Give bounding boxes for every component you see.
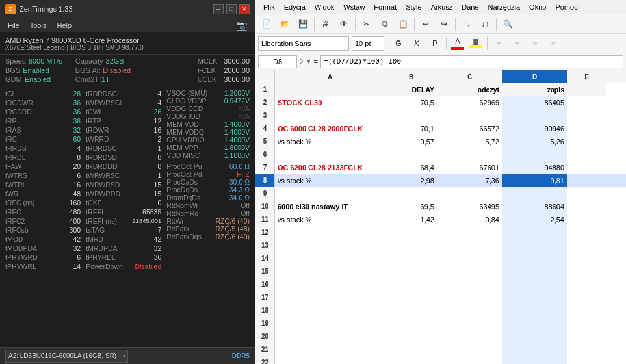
cell-e8[interactable] [567,174,606,187]
cell-c4[interactable]: 66572 [437,122,502,135]
col-header-c[interactable]: C [437,70,502,83]
font-color-button[interactable]: A [449,36,466,51]
cell-d8[interactable]: 9,81 [502,174,567,187]
font-size-input[interactable] [352,36,384,51]
menu-style[interactable]: Style [402,2,425,12]
font-name-input[interactable] [258,36,349,51]
cut-button[interactable]: ✂ [358,16,375,32]
save-button[interactable]: 💾 [294,16,311,32]
cell-d3[interactable] [502,109,567,122]
menu-format[interactable]: Format [370,2,400,12]
cell-b7[interactable]: 68,4 [385,161,437,174]
cell-a6[interactable] [275,148,385,161]
align-left-button[interactable]: ≡ [490,36,507,51]
align-justify-button[interactable]: ≡ [545,36,562,51]
cell-d11[interactable]: 2,54 [502,213,567,226]
cell-a9[interactable] [275,187,385,200]
cell-d4[interactable]: 90946 [502,122,567,135]
new-button[interactable]: 📄 [258,16,275,32]
sort-asc-button[interactable]: ↑↓ [458,16,475,32]
underline-button[interactable]: P [426,36,443,51]
cell-b10[interactable]: 69,5 [385,200,437,213]
cell-e6[interactable] [567,148,606,161]
menu-pomoc[interactable]: Pomoc [551,2,581,12]
cell-c9[interactable] [437,187,502,200]
cell-b1[interactable]: DELAY [385,83,437,96]
col-header-a[interactable]: A [275,70,385,83]
highlight-color-button[interactable]: ▓ [467,36,484,51]
cell-a2[interactable]: STOCK CL30 [275,96,385,109]
cell-a4[interactable]: OC 6000 CL28 2000FCLK [275,122,385,135]
menu-tools[interactable]: Tools [25,20,52,31]
formula-input[interactable] [320,55,623,68]
redo-button[interactable]: ↪ [436,16,452,32]
col-header-e[interactable]: E [567,70,606,83]
menu-file[interactable]: File [3,20,25,31]
cell-c2[interactable]: 62969 [437,96,502,109]
cell-b4[interactable]: 70,1 [385,122,437,135]
cell-d1[interactable]: zapis [502,83,567,96]
cell-e5[interactable] [567,135,606,148]
cell-c8[interactable]: 7,36 [437,174,502,187]
cell-d9[interactable] [502,187,567,200]
menu-dane[interactable]: Dane [458,2,482,12]
menu-okno[interactable]: Okno [525,2,550,12]
cell-e1[interactable] [567,83,606,96]
bold-button[interactable]: G [390,36,407,51]
cell-b5[interactable]: 0,57 [385,135,437,148]
copy-button[interactable]: ⧉ [376,16,393,32]
search-button[interactable]: 🔍 [499,16,516,32]
menu-narzedzia[interactable]: Narzędzia [484,2,525,12]
camera-icon[interactable]: 📷 [231,19,252,32]
cell-c1[interactable]: odczyt [437,83,502,96]
align-center-button[interactable]: ≡ [508,36,525,51]
italic-button[interactable]: K [408,36,425,51]
cell-e2[interactable] [567,96,606,109]
preview-button[interactable]: 👁 [335,16,352,32]
cell-c10[interactable]: 63495 [437,200,502,213]
cell-b9[interactable] [385,187,437,200]
open-button[interactable]: 📂 [276,16,293,32]
align-right-button[interactable]: ≡ [527,36,543,51]
restore-button[interactable]: □ [226,4,237,14]
cell-c11[interactable]: 0,84 [437,213,502,226]
cell-a1[interactable] [275,83,385,96]
cell-a5[interactable]: vs stock % [275,135,385,148]
cell-e3[interactable] [567,109,606,122]
close-button[interactable]: ✕ [239,4,250,14]
cell-e9[interactable] [567,187,606,200]
cell-c6[interactable] [437,148,502,161]
menu-plik[interactable]: Plik [259,2,279,12]
cell-c5[interactable]: 5,72 [437,135,502,148]
module-selector[interactable]: A2: LD5BU016G-6000LA (16GB, SR) [5,350,128,363]
cell-b2[interactable]: 70,5 [385,96,437,109]
menu-widok[interactable]: Widok [311,2,339,12]
cell-a11[interactable]: vs stock % [275,213,385,226]
paste-button[interactable]: 📋 [395,16,411,32]
cell-a7[interactable]: OC 6200 CL28 2133FCLK [275,161,385,174]
cell-reference-input[interactable] [258,55,297,68]
cell-a12[interactable] [275,226,385,239]
col-header-d[interactable]: D [502,70,567,83]
cell-a10[interactable]: 6000 cl30 nastawy IT [275,200,385,213]
cell-e11[interactable] [567,213,606,226]
cell-d5[interactable]: 5,26 [502,135,567,148]
cell-d10[interactable]: 88604 [502,200,567,213]
col-header-b[interactable]: B [385,70,437,83]
cell-c3[interactable] [437,109,502,122]
undo-button[interactable]: ↩ [417,16,434,32]
cell-e10[interactable] [567,200,606,213]
menu-help[interactable]: Help [51,20,77,31]
cell-b3[interactable] [385,109,437,122]
cell-d6[interactable] [502,148,567,161]
cell-a3[interactable] [275,109,385,122]
print-button[interactable]: 🖨 [317,16,334,32]
minimize-button[interactable]: ─ [213,4,224,14]
cell-e7[interactable] [567,161,606,174]
menu-wstaw[interactable]: Wstaw [339,2,369,12]
cell-b8[interactable]: 2,98 [385,174,437,187]
menu-edycja[interactable]: Edycja [280,2,309,12]
sort-desc-button[interactable]: ↓↑ [476,16,493,32]
cell-e4[interactable] [567,122,606,135]
cell-b6[interactable] [385,148,437,161]
